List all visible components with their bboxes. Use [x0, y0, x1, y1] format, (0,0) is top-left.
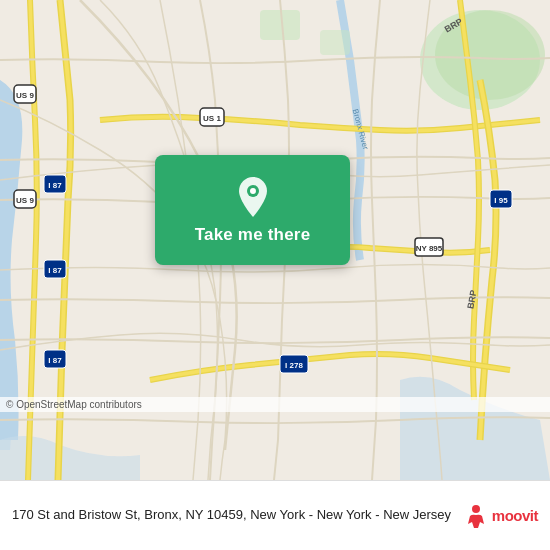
map-attribution: © OpenStreetMap contributors — [0, 397, 550, 412]
address-text: 170 St and Bristow St, Bronx, NY 10459, … — [12, 506, 452, 524]
location-icon — [234, 175, 272, 219]
svg-text:US 1: US 1 — [203, 114, 221, 123]
svg-text:I 278: I 278 — [285, 361, 303, 370]
svg-text:US 9: US 9 — [16, 91, 34, 100]
svg-text:I 87: I 87 — [48, 266, 62, 275]
svg-text:I 87: I 87 — [48, 181, 62, 190]
moovit-logo-icon — [462, 502, 490, 530]
svg-rect-3 — [260, 10, 300, 40]
moovit-text: moovit — [492, 507, 538, 524]
map-container: US 9 US 9 I 87 I 87 I 87 US 1 I 95 NY 89… — [0, 0, 550, 480]
svg-text:US 9: US 9 — [16, 196, 34, 205]
svg-point-28 — [472, 505, 480, 513]
moovit-logo: moovit — [462, 502, 538, 530]
svg-rect-4 — [320, 30, 350, 55]
take-me-there-label: Take me there — [195, 225, 311, 245]
take-me-there-button[interactable]: Take me there — [155, 155, 350, 265]
svg-text:I 95: I 95 — [494, 196, 508, 205]
footer: 170 St and Bristow St, Bronx, NY 10459, … — [0, 480, 550, 550]
svg-text:NY 895: NY 895 — [416, 244, 443, 253]
svg-text:I 87: I 87 — [48, 356, 62, 365]
svg-point-27 — [250, 188, 256, 194]
